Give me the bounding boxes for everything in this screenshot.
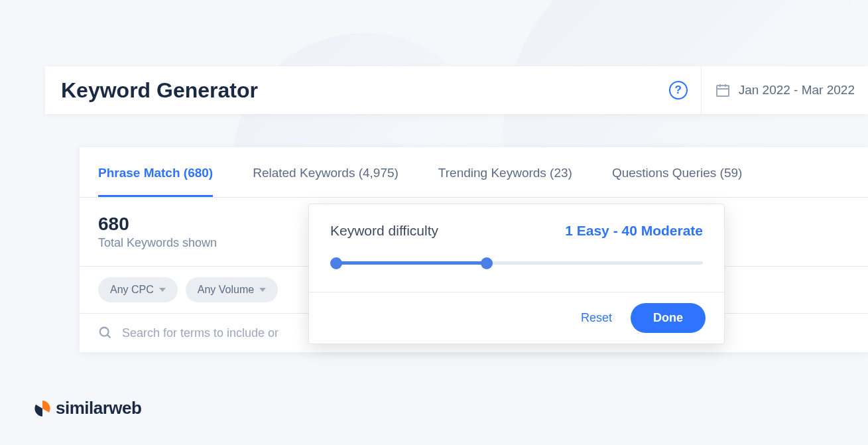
chevron-down-icon xyxy=(159,288,166,292)
date-picker[interactable]: Jan 2022 - Mar 2022 xyxy=(701,66,868,114)
reset-button[interactable]: Reset xyxy=(581,311,612,325)
keyword-difficulty-popover: Keyword difficulty 1 Easy - 40 Moderate … xyxy=(308,204,725,344)
tab-phrase-match[interactable]: Phrase Match (680) xyxy=(98,147,213,197)
slider-thumb-max[interactable] xyxy=(481,257,493,269)
done-button[interactable]: Done xyxy=(631,303,706,333)
header-bar: Keyword Generator ? Jan 2022 - Mar 2022 xyxy=(45,66,868,114)
filter-volume-label: Any Volume xyxy=(198,284,254,296)
filter-cpc[interactable]: Any CPC xyxy=(98,277,178,302)
help-icon[interactable]: ? xyxy=(669,81,688,99)
filter-volume[interactable]: Any Volume xyxy=(186,277,278,302)
tab-questions-queries[interactable]: Questions Queries (59) xyxy=(612,147,742,197)
tab-trending-keywords[interactable]: Trending Keywords (23) xyxy=(438,147,572,197)
svg-rect-0 xyxy=(717,86,729,96)
logo-icon xyxy=(33,399,52,418)
chevron-down-icon xyxy=(259,288,266,292)
keyword-difficulty-label: Keyword difficulty xyxy=(330,223,438,239)
tab-related-keywords[interactable]: Related Keywords (4,975) xyxy=(253,147,399,197)
svg-line-5 xyxy=(107,335,111,338)
svg-point-4 xyxy=(100,328,109,336)
calendar-icon xyxy=(715,82,731,98)
brand-logo: similarweb xyxy=(33,398,141,418)
date-range-label: Jan 2022 - Mar 2022 xyxy=(739,83,855,97)
filter-cpc-label: Any CPC xyxy=(110,284,154,296)
keyword-difficulty-value: 1 Easy - 40 Moderate xyxy=(565,223,703,239)
search-icon xyxy=(98,326,113,340)
page-title: Keyword Generator xyxy=(45,78,669,103)
slider-thumb-min[interactable] xyxy=(330,257,342,269)
brand-name: similarweb xyxy=(56,398,141,418)
keyword-difficulty-slider[interactable] xyxy=(330,257,703,268)
tabs: Phrase Match (680) Related Keywords (4,9… xyxy=(80,147,868,198)
slider-fill xyxy=(336,261,485,265)
search-input[interactable] xyxy=(122,326,321,340)
